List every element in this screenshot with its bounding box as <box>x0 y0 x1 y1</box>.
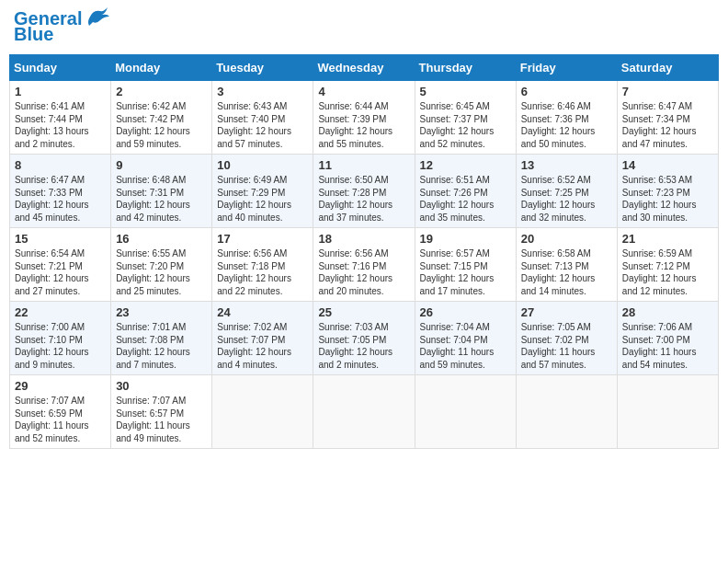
calendar-cell: 13Sunrise: 6:52 AM Sunset: 7:25 PM Dayli… <box>516 155 617 228</box>
day-info: Sunrise: 6:59 AM Sunset: 7:12 PM Dayligh… <box>622 247 713 297</box>
calendar-cell: 17Sunrise: 6:56 AM Sunset: 7:18 PM Dayli… <box>212 228 313 302</box>
weekday-header: Friday <box>516 55 617 81</box>
day-info: Sunrise: 7:07 AM Sunset: 6:59 PM Dayligh… <box>15 395 106 444</box>
calendar-cell: 28Sunrise: 7:06 AM Sunset: 7:00 PM Dayli… <box>617 302 718 375</box>
day-info: Sunrise: 6:47 AM Sunset: 7:33 PM Dayligh… <box>15 174 106 224</box>
calendar-cell: 29Sunrise: 7:07 AM Sunset: 6:59 PM Dayli… <box>10 375 111 449</box>
weekday-header: Monday <box>111 55 212 81</box>
calendar-cell: 18Sunrise: 6:56 AM Sunset: 7:16 PM Dayli… <box>313 228 415 302</box>
day-info: Sunrise: 6:50 AM Sunset: 7:28 PM Dayligh… <box>318 174 409 224</box>
day-info: Sunrise: 7:04 AM Sunset: 7:04 PM Dayligh… <box>420 321 511 371</box>
day-info: Sunrise: 6:55 AM Sunset: 7:20 PM Dayligh… <box>116 247 207 297</box>
logo-blue: Blue <box>14 24 53 45</box>
day-info: Sunrise: 6:53 AM Sunset: 7:23 PM Dayligh… <box>622 174 713 224</box>
day-number: 21 <box>622 232 713 246</box>
calendar-week-row: 22Sunrise: 7:00 AM Sunset: 7:10 PM Dayli… <box>10 302 719 375</box>
day-number: 5 <box>420 85 511 98</box>
calendar-cell: 20Sunrise: 6:58 AM Sunset: 7:13 PM Dayli… <box>516 228 617 302</box>
calendar-cell: 7Sunrise: 6:47 AM Sunset: 7:34 PM Daylig… <box>617 81 718 155</box>
day-number: 7 <box>622 85 713 98</box>
weekday-header: Saturday <box>617 55 718 81</box>
logo: General Blue <box>14 9 111 45</box>
calendar-cell: 27Sunrise: 7:05 AM Sunset: 7:02 PM Dayli… <box>516 302 617 375</box>
day-info: Sunrise: 6:43 AM Sunset: 7:40 PM Dayligh… <box>217 100 308 150</box>
calendar-cell: 11Sunrise: 6:50 AM Sunset: 7:28 PM Dayli… <box>313 155 415 228</box>
day-number: 17 <box>217 232 308 246</box>
day-number: 22 <box>15 305 106 319</box>
day-number: 30 <box>116 379 207 393</box>
day-info: Sunrise: 6:42 AM Sunset: 7:42 PM Dayligh… <box>116 100 207 150</box>
day-info: Sunrise: 6:48 AM Sunset: 7:31 PM Dayligh… <box>116 174 207 224</box>
day-info: Sunrise: 6:44 AM Sunset: 7:39 PM Dayligh… <box>318 100 409 150</box>
day-info: Sunrise: 6:54 AM Sunset: 7:21 PM Dayligh… <box>15 247 106 297</box>
day-info: Sunrise: 6:51 AM Sunset: 7:26 PM Dayligh… <box>420 174 511 224</box>
day-number: 24 <box>217 305 308 319</box>
calendar-cell <box>516 375 617 449</box>
day-number: 27 <box>521 305 612 319</box>
day-number: 28 <box>622 305 713 319</box>
day-number: 9 <box>116 158 207 172</box>
weekday-header: Wednesday <box>313 55 415 81</box>
calendar-cell: 1Sunrise: 6:41 AM Sunset: 7:44 PM Daylig… <box>10 81 111 155</box>
day-number: 19 <box>420 232 511 246</box>
day-number: 18 <box>318 232 409 246</box>
day-info: Sunrise: 7:02 AM Sunset: 7:07 PM Dayligh… <box>217 321 308 371</box>
calendar-cell: 4Sunrise: 6:44 AM Sunset: 7:39 PM Daylig… <box>313 81 415 155</box>
weekday-header: Thursday <box>415 55 516 81</box>
weekday-header: Sunday <box>10 55 111 81</box>
calendar-cell: 24Sunrise: 7:02 AM Sunset: 7:07 PM Dayli… <box>212 302 313 375</box>
day-number: 3 <box>217 85 308 98</box>
day-info: Sunrise: 6:56 AM Sunset: 7:18 PM Dayligh… <box>217 247 308 297</box>
calendar-cell: 25Sunrise: 7:03 AM Sunset: 7:05 PM Dayli… <box>313 302 415 375</box>
calendar-cell: 30Sunrise: 7:07 AM Sunset: 6:57 PM Dayli… <box>111 375 212 449</box>
calendar-cell: 23Sunrise: 7:01 AM Sunset: 7:08 PM Dayli… <box>111 302 212 375</box>
day-number: 10 <box>217 158 308 172</box>
calendar-cell: 15Sunrise: 6:54 AM Sunset: 7:21 PM Dayli… <box>10 228 111 302</box>
day-info: Sunrise: 6:49 AM Sunset: 7:29 PM Dayligh… <box>217 174 308 224</box>
calendar-cell: 8Sunrise: 6:47 AM Sunset: 7:33 PM Daylig… <box>10 155 111 228</box>
calendar-week-row: 29Sunrise: 7:07 AM Sunset: 6:59 PM Dayli… <box>10 375 719 449</box>
day-info: Sunrise: 7:03 AM Sunset: 7:05 PM Dayligh… <box>318 321 409 371</box>
day-number: 25 <box>318 305 409 319</box>
calendar-cell <box>313 375 415 449</box>
calendar-cell: 9Sunrise: 6:48 AM Sunset: 7:31 PM Daylig… <box>111 155 212 228</box>
day-number: 11 <box>318 158 409 172</box>
calendar-cell <box>212 375 313 449</box>
day-info: Sunrise: 6:46 AM Sunset: 7:36 PM Dayligh… <box>521 100 612 150</box>
calendar-cell <box>415 375 516 449</box>
calendar-week-row: 15Sunrise: 6:54 AM Sunset: 7:21 PM Dayli… <box>10 228 719 302</box>
calendar-cell: 5Sunrise: 6:45 AM Sunset: 7:37 PM Daylig… <box>415 81 516 155</box>
day-info: Sunrise: 6:56 AM Sunset: 7:16 PM Dayligh… <box>318 247 409 297</box>
calendar-week-row: 1Sunrise: 6:41 AM Sunset: 7:44 PM Daylig… <box>10 81 719 155</box>
day-info: Sunrise: 7:07 AM Sunset: 6:57 PM Dayligh… <box>116 395 207 444</box>
day-info: Sunrise: 6:47 AM Sunset: 7:34 PM Dayligh… <box>622 100 713 150</box>
day-info: Sunrise: 7:00 AM Sunset: 7:10 PM Dayligh… <box>15 321 106 371</box>
day-info: Sunrise: 6:41 AM Sunset: 7:44 PM Dayligh… <box>15 100 106 150</box>
calendar-cell <box>617 375 718 449</box>
day-info: Sunrise: 7:06 AM Sunset: 7:00 PM Dayligh… <box>622 321 713 371</box>
calendar-cell: 22Sunrise: 7:00 AM Sunset: 7:10 PM Dayli… <box>10 302 111 375</box>
day-number: 15 <box>15 232 106 246</box>
day-number: 6 <box>521 85 612 98</box>
day-number: 16 <box>116 232 207 246</box>
day-number: 23 <box>116 305 207 319</box>
calendar-cell: 10Sunrise: 6:49 AM Sunset: 7:29 PM Dayli… <box>212 155 313 228</box>
day-number: 20 <box>521 232 612 246</box>
day-number: 12 <box>420 158 511 172</box>
calendar-cell: 16Sunrise: 6:55 AM Sunset: 7:20 PM Dayli… <box>111 228 212 302</box>
calendar-cell: 6Sunrise: 6:46 AM Sunset: 7:36 PM Daylig… <box>516 81 617 155</box>
calendar-cell: 19Sunrise: 6:57 AM Sunset: 7:15 PM Dayli… <box>415 228 516 302</box>
calendar-header-row: SundayMondayTuesdayWednesdayThursdayFrid… <box>10 55 719 81</box>
day-number: 4 <box>318 85 409 98</box>
calendar-cell: 12Sunrise: 6:51 AM Sunset: 7:26 PM Dayli… <box>415 155 516 228</box>
day-info: Sunrise: 6:57 AM Sunset: 7:15 PM Dayligh… <box>420 247 511 297</box>
weekday-header: Tuesday <box>212 55 313 81</box>
calendar-cell: 2Sunrise: 6:42 AM Sunset: 7:42 PM Daylig… <box>111 81 212 155</box>
day-number: 26 <box>420 305 511 319</box>
calendar-table: SundayMondayTuesdayWednesdayThursdayFrid… <box>9 54 719 449</box>
day-number: 14 <box>622 158 713 172</box>
day-number: 29 <box>15 379 106 393</box>
day-info: Sunrise: 6:45 AM Sunset: 7:37 PM Dayligh… <box>420 100 511 150</box>
calendar-week-row: 8Sunrise: 6:47 AM Sunset: 7:33 PM Daylig… <box>10 155 719 228</box>
day-info: Sunrise: 6:58 AM Sunset: 7:13 PM Dayligh… <box>521 247 612 297</box>
